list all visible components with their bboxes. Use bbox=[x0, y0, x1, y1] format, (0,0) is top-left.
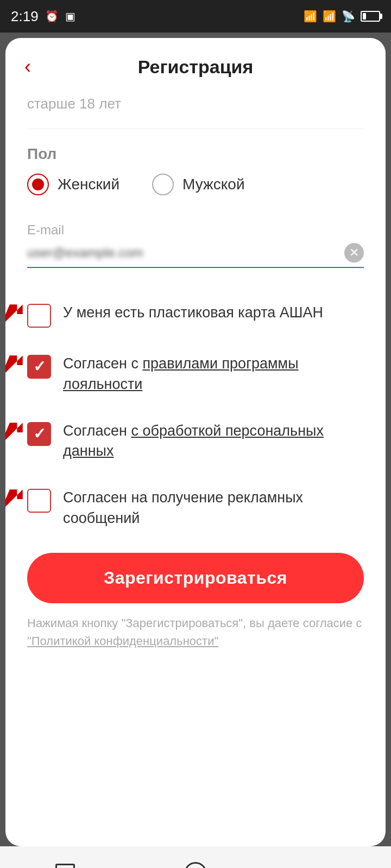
gender-option-female[interactable]: Женский bbox=[27, 174, 119, 195]
arrow-plastic-card bbox=[5, 302, 26, 332]
status-time: 2:19 bbox=[11, 8, 39, 25]
status-bar: 2:19 ⏰ ▣ 📶 📶 📡 bbox=[0, 0, 391, 33]
checkbox-loyalty-box[interactable]: ✓ bbox=[27, 355, 51, 379]
gender-row: Женский Мужской bbox=[27, 174, 364, 195]
email-input-row: ✕ bbox=[27, 241, 364, 268]
gender-section-label: Пол bbox=[27, 145, 364, 163]
radio-female[interactable] bbox=[27, 174, 49, 195]
wifi-icon: 📡 bbox=[342, 10, 355, 23]
checkbox-plastic-card-label: У меня есть пластиковая карта АШАН bbox=[63, 303, 364, 323]
gender-option-male[interactable]: Мужской bbox=[152, 174, 244, 195]
radio-male[interactable] bbox=[152, 174, 174, 195]
status-bar-right: 📶 📶 📡 bbox=[304, 10, 380, 23]
checkbox-loyalty-label: Согласен с правилами программы лояльност… bbox=[63, 354, 364, 395]
arrow-loyalty bbox=[5, 353, 26, 383]
email-input[interactable] bbox=[27, 245, 339, 260]
checkbox-ads: Согласен на получение рекламных сообщени… bbox=[27, 475, 364, 542]
checkmark-personal-data: ✓ bbox=[33, 426, 46, 442]
radio-female-inner bbox=[32, 178, 44, 190]
nav-home-button[interactable] bbox=[52, 860, 79, 868]
signal-icon: 📶 bbox=[304, 10, 317, 23]
status-bar-left: 2:19 ⏰ ▣ bbox=[11, 8, 75, 25]
nav-bar: ‹ bbox=[0, 846, 391, 868]
age-hint: старше 18 лет bbox=[27, 85, 364, 129]
page-title: Регистрация bbox=[138, 56, 254, 78]
alarm-icon: ⏰ bbox=[45, 10, 59, 23]
privacy-note: Нажимая кнопку "Зарегистрироваться", вы … bbox=[27, 614, 364, 661]
email-section: E-mail ✕ bbox=[27, 222, 364, 268]
sim-icon: ▣ bbox=[65, 10, 75, 23]
checkbox-plastic-card-box[interactable] bbox=[27, 304, 51, 328]
nav-home-circle-button[interactable] bbox=[182, 860, 209, 868]
content: старше 18 лет Пол Женский Мужской E-mail… bbox=[5, 85, 386, 846]
email-label: E-mail bbox=[27, 222, 364, 238]
checkbox-personal-data: ✓ Согласен с обработкой персональных дан… bbox=[27, 408, 364, 475]
clear-email-button[interactable]: ✕ bbox=[344, 243, 364, 263]
checkmark-loyalty: ✓ bbox=[33, 359, 46, 374]
header: ‹ Регистрация bbox=[5, 38, 386, 85]
back-button[interactable]: ‹ bbox=[22, 54, 34, 79]
nav-square-icon bbox=[55, 864, 75, 868]
checkboxes-section: У меня есть пластиковая карта АШАН ✓ Сог… bbox=[27, 290, 364, 542]
battery-icon bbox=[361, 11, 380, 22]
checkbox-personal-data-box[interactable]: ✓ bbox=[27, 422, 51, 446]
svg-marker-1 bbox=[5, 355, 23, 378]
svg-marker-0 bbox=[5, 304, 23, 327]
arrow-personal-data bbox=[5, 420, 26, 450]
checkbox-personal-data-label: Согласен с обработкой персональных данны… bbox=[63, 421, 364, 462]
nav-circle-icon bbox=[184, 862, 207, 868]
checkbox-ads-label: Согласен на получение рекламных сообщени… bbox=[63, 488, 364, 529]
svg-marker-3 bbox=[5, 489, 23, 512]
svg-marker-2 bbox=[5, 423, 23, 445]
arrow-ads bbox=[5, 487, 26, 517]
privacy-link[interactable]: "Политикой конфиденциальности" bbox=[27, 634, 218, 648]
gender-label-female: Женский bbox=[58, 176, 119, 193]
nav-back-icon: ‹ bbox=[323, 862, 329, 868]
gender-label-male: Мужской bbox=[182, 176, 244, 193]
checkbox-ads-box[interactable] bbox=[27, 489, 51, 513]
nav-back-button[interactable]: ‹ bbox=[312, 860, 339, 868]
register-button[interactable]: Зарегистрироваться bbox=[27, 553, 364, 603]
signal2-icon: 📶 bbox=[323, 10, 336, 23]
checkbox-loyalty: ✓ Согласен с правилами программы лояльно… bbox=[27, 341, 364, 408]
app-container: ‹ Регистрация старше 18 лет Пол Женский … bbox=[5, 38, 386, 846]
checkbox-plastic-card: У меня есть пластиковая карта АШАН bbox=[27, 290, 364, 341]
